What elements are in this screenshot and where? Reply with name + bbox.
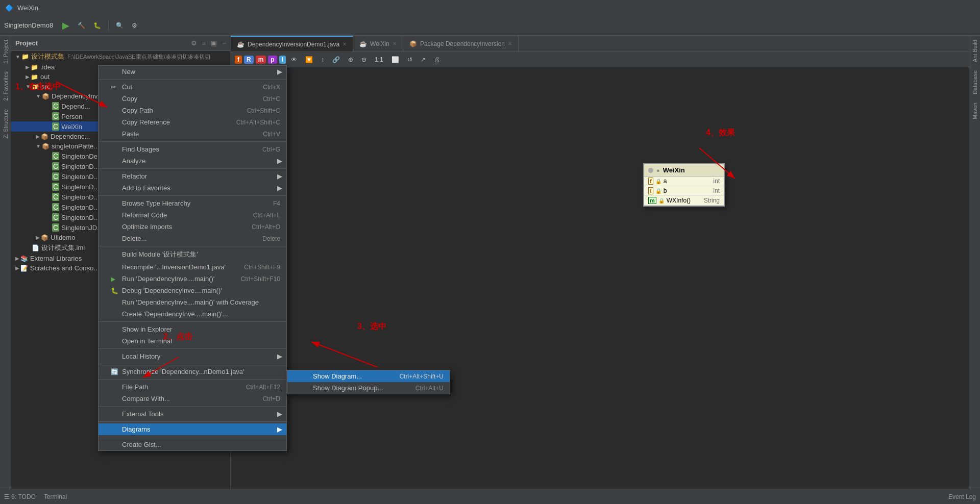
side-label-database[interactable]: Database xyxy=(972,66,978,98)
tree-gear-icon[interactable]: ⚙ xyxy=(191,39,197,47)
tab-package[interactable]: 📦 Package DependencyInversion ✕ xyxy=(403,36,519,52)
root-path: F:\IDEAworkSpace\JavaSE重点基础集\凑凑切切凑凑切切 xyxy=(67,53,210,61)
copypath-shortcut: Ctrl+Shift+C xyxy=(247,107,280,114)
copy-label: Copy xyxy=(122,95,253,103)
menu-item-localhistory[interactable]: Local History ▶ xyxy=(99,350,286,362)
side-label-structure[interactable]: Z: Structure xyxy=(3,105,9,142)
submenu-show-diagram[interactable]: Show Diagram... Ctrl+Alt+Shift+U xyxy=(287,370,450,382)
editor-btn-ratio[interactable]: 1:1 xyxy=(372,55,386,64)
menu-item-diagrams[interactable]: Diagrams ▶ xyxy=(99,423,286,435)
side-label-maven[interactable]: Maven xyxy=(972,98,978,123)
tree-minus-icon[interactable]: − xyxy=(222,39,226,47)
diagrams-label: Diagrams xyxy=(122,425,280,433)
s7-icon: C xyxy=(52,213,59,221)
editor-btn-sort[interactable]: ↕ xyxy=(318,55,327,64)
todo-button[interactable]: ☰ 6: TODO xyxy=(4,493,36,500)
cut-shortcut: Ctrl+X xyxy=(263,84,280,91)
debug-button[interactable]: 🐛 xyxy=(90,21,104,30)
editor-btn-r[interactable]: R xyxy=(244,56,254,64)
menu-item-refactor[interactable]: Refactor ▶ xyxy=(99,170,286,182)
side-label-antbuild[interactable]: Ant Build xyxy=(972,36,978,66)
s2-icon: C xyxy=(52,162,59,170)
menu-item-cut[interactable]: ✂ Cut Ctrl+X xyxy=(99,81,286,93)
menu-item-run[interactable]: ▶ Run 'DependencyInve....main()' Ctrl+Sh… xyxy=(99,273,286,285)
menu-item-copyref[interactable]: Copy Reference Ctrl+Alt+Shift+C xyxy=(99,116,286,128)
menu-item-browsehierarchy[interactable]: Browse Type Hierarchy F4 xyxy=(99,197,286,209)
deppack2-icon: 📦 xyxy=(41,133,48,140)
menu-item-analyze[interactable]: Analyze ▶ xyxy=(99,155,286,167)
editor-btn-frame[interactable]: ⬜ xyxy=(388,55,402,64)
cut-icon: ✂ xyxy=(111,84,119,91)
tab-close-1[interactable]: ✕ xyxy=(342,41,347,47)
menu-item-showinexplorer[interactable]: Show in Explorer xyxy=(99,323,286,335)
menu-item-creategist[interactable]: Create Gist... xyxy=(99,439,286,450)
synchronize-icon: 🔄 xyxy=(111,368,119,375)
field-lock-b: 🔒 xyxy=(655,188,662,194)
menu-item-create[interactable]: Create 'DependencyInve....main()'... xyxy=(99,308,286,320)
editor-btn-route[interactable]: ↺ xyxy=(404,55,415,64)
run-button[interactable]: ▶ xyxy=(59,19,72,32)
expand-arrow-out: ▶ xyxy=(26,74,30,80)
copyref-label: Copy Reference xyxy=(122,118,226,126)
menu-item-favorites[interactable]: Add to Favorites ▶ xyxy=(99,182,286,194)
favorites-arrow: ▶ xyxy=(277,184,282,192)
editor-btn-zoom-in[interactable]: ⊕ xyxy=(345,55,356,64)
editor-btn-p[interactable]: p xyxy=(268,56,277,64)
comparewith-shortcut: Ctrl+D xyxy=(263,395,280,402)
todo-label: ☰ 6: TODO xyxy=(4,493,36,500)
editor-btn-i[interactable]: i xyxy=(279,56,286,64)
menu-item-openinterminal[interactable]: Open in Terminal xyxy=(99,335,286,347)
editor-btn-filter[interactable]: 🔽 xyxy=(302,55,316,64)
menu-item-runwcoverage[interactable]: Run 'DependencyInve....main()' with Cove… xyxy=(99,296,286,308)
creategist-label: Create Gist... xyxy=(122,441,280,448)
tab-weixin[interactable]: ☕ WeiXin ✕ xyxy=(353,36,403,52)
menu-item-paste[interactable]: Paste Ctrl+V xyxy=(99,128,286,140)
editor-btn-m[interactable]: m xyxy=(256,56,266,64)
tab-depinvdemo[interactable]: ☕ DependencyInversionDemo1.java ✕ xyxy=(231,36,353,52)
tab-close-3[interactable]: ✕ xyxy=(508,41,512,46)
menu-item-buildmodule[interactable]: Build Module '设计模式集' xyxy=(99,248,286,261)
editor-btn-export[interactable]: ↗ xyxy=(418,55,429,64)
paste-label: Paste xyxy=(122,130,253,138)
s1-icon: C xyxy=(52,152,59,160)
menu-item-filepath[interactable]: File Path Ctrl+Alt+F12 xyxy=(99,381,286,393)
menu-item-copy[interactable]: Copy Ctrl+C xyxy=(99,93,286,105)
sep2 xyxy=(99,141,286,142)
event-log-button[interactable]: Event Log xyxy=(948,493,976,500)
menu-item-externaltools[interactable]: External Tools ▶ xyxy=(99,408,286,420)
submenu-show-diagram-popup[interactable]: Show Diagram Popup... Ctrl+Alt+U xyxy=(287,382,450,394)
s4-label: SingletonD... xyxy=(61,183,99,191)
menu-item-reformat[interactable]: Reformat Code Ctrl+Alt+L xyxy=(99,209,286,221)
tree-root-item[interactable]: ▼ 📁 设计模式集 F:\IDEAworkSpace\JavaSE重点基础集\凑… xyxy=(11,51,230,62)
deppack2-label: Dependenc... xyxy=(51,133,90,140)
tab-close-2[interactable]: ✕ xyxy=(393,41,397,46)
editor-btn-f[interactable]: f xyxy=(235,56,242,64)
terminal-button[interactable]: Terminal xyxy=(44,493,67,500)
editor-btn-print[interactable]: 🖨 xyxy=(431,55,443,64)
title-bar: 🔷 WeiXin xyxy=(0,0,980,15)
menu-item-copypath[interactable]: Copy Path Ctrl+Shift+C xyxy=(99,105,286,116)
right-side-panel: Ant Build Database Maven xyxy=(969,36,980,489)
editor-btn-zoom-out[interactable]: ⊖ xyxy=(358,55,370,64)
tree-collapse-icon[interactable]: ≡ xyxy=(202,39,206,47)
menu-item-synchronize[interactable]: 🔄 Synchronize 'Dependency...nDemo1.java' xyxy=(99,366,286,377)
menu-item-recompile[interactable]: Recompile '...InversionDemo1.java' Ctrl+… xyxy=(99,261,286,273)
side-label-favorites[interactable]: 2: Favorites xyxy=(3,67,9,105)
bottom-bar: ☰ 6: TODO Terminal Event Log xyxy=(0,489,980,504)
search-everywhere-button[interactable]: 🔍 xyxy=(113,21,127,30)
tree-settings-icon[interactable]: ▣ xyxy=(211,39,217,47)
editor-btn-link[interactable]: 🔗 xyxy=(329,55,343,64)
menu-item-delete[interactable]: Delete... Delete xyxy=(99,233,286,244)
settings-button[interactable]: ⚙ xyxy=(129,21,140,30)
side-label-project[interactable]: 1: Project xyxy=(3,36,9,67)
expand-arrow-uidemo: ▶ xyxy=(36,235,40,240)
out-label: out xyxy=(40,73,50,81)
localhistory-label: Local History xyxy=(122,352,280,360)
menu-item-findusages[interactable]: Find Usages Ctrl+G xyxy=(99,143,286,155)
build-button[interactable]: 🔨 xyxy=(75,21,88,30)
menu-item-optimizeimports[interactable]: Optimize Imports Ctrl+Alt+O xyxy=(99,221,286,233)
editor-btn-eye[interactable]: 👁 xyxy=(288,55,300,64)
menu-item-debug[interactable]: 🐛 Debug 'DependencyInve....main()' xyxy=(99,285,286,296)
menu-item-new[interactable]: New ▶ xyxy=(99,66,286,78)
menu-item-comparewith[interactable]: Compare With... Ctrl+D xyxy=(99,393,286,405)
